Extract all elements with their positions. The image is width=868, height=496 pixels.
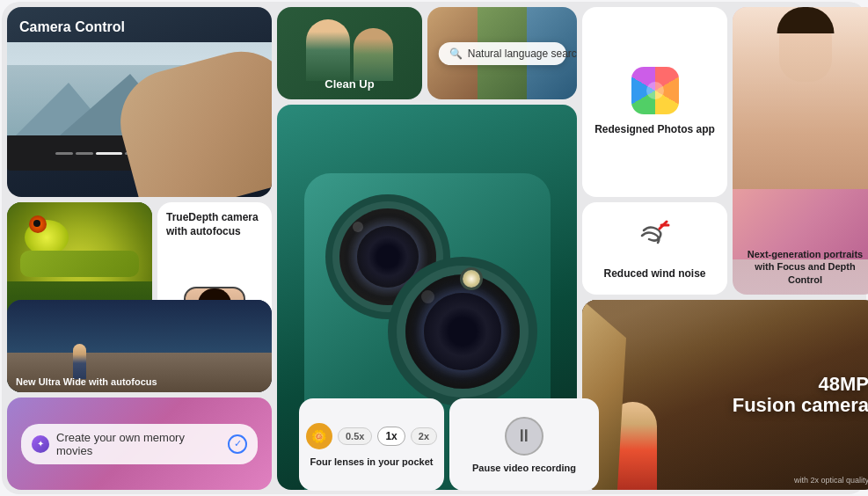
ai-icon: ✦: [32, 435, 49, 453]
search-bar[interactable]: 🔍 Natural language search ✕: [439, 42, 566, 65]
memory-input-bar[interactable]: ✦ Create your own memory movies ✓: [21, 424, 258, 464]
camera-control-label: Camera Control: [19, 19, 125, 35]
ultra-wide-card: New Ultra Wide with autofocus: [7, 300, 272, 392]
ultra-wide-sky: [7, 300, 272, 355]
reduced-noise-label: Reduced wind noise: [603, 267, 705, 281]
clean-up-card: Clean Up: [277, 7, 422, 99]
pause-video-label: Pause video recording: [472, 463, 576, 473]
person-small: [73, 344, 86, 379]
reduced-noise-card: Reduced wind noise: [582, 202, 727, 295]
fusion-camera-card: 48MP Fusion camera with 2x optical quali…: [582, 300, 868, 490]
truedepth-label: TrueDepth camera with autofocus: [166, 211, 263, 238]
fusion-label: 48MP Fusion camera: [733, 374, 868, 416]
pause-video-card: ⏸ Pause video recording: [449, 398, 599, 491]
four-lenses-card: 🌼 0.5x 1x 2x Four lenses in your pocket: [299, 398, 444, 491]
person-figure-2: [354, 28, 393, 81]
photos-app-icon: [631, 67, 679, 114]
four-lenses-label: Four lenses in your pocket: [310, 456, 434, 467]
portraits-card: Next-generation portraits with Focus and…: [733, 7, 868, 295]
photos-app-label: Redesigned Photos app: [594, 123, 715, 137]
tulip-icon: 🌼: [306, 423, 332, 449]
search-icon: 🔍: [449, 47, 463, 60]
wind-icon: [637, 216, 674, 260]
camera-control-card: Camera Control: [7, 7, 272, 197]
person-figure: [306, 19, 350, 81]
frog-eye: [29, 215, 47, 233]
lens-badge-1x: 1x: [377, 427, 405, 446]
portraits-label: Next-generation portraits with Focus and…: [741, 248, 868, 286]
search-input: Natural language search: [468, 47, 577, 60]
natural-search-card: 🔍 Natural language search ✕: [427, 7, 577, 99]
memory-text: Create your own memory movies: [56, 431, 221, 457]
clean-up-label: Clean Up: [325, 77, 374, 91]
lens-badges: 🌼 0.5x 1x 2x: [306, 423, 437, 449]
lens-badge-0.5x: 0.5x: [338, 427, 372, 445]
lens-badge-2x: 2x: [411, 427, 437, 445]
memory-movies-card: ✦ Create your own memory movies ✓: [7, 398, 272, 490]
lens-small: [405, 274, 520, 389]
camera-module: [331, 200, 524, 393]
ultra-wide-label: New Ultra Wide with autofocus: [16, 376, 157, 387]
camera-flash: [463, 270, 480, 288]
pause-icon: ⏸: [505, 417, 543, 456]
photos-app-card: Redesigned Photos app: [582, 7, 727, 197]
fusion-sublabel: with 2x optical quality: [794, 476, 868, 485]
memory-check-button[interactable]: ✓: [228, 434, 247, 454]
